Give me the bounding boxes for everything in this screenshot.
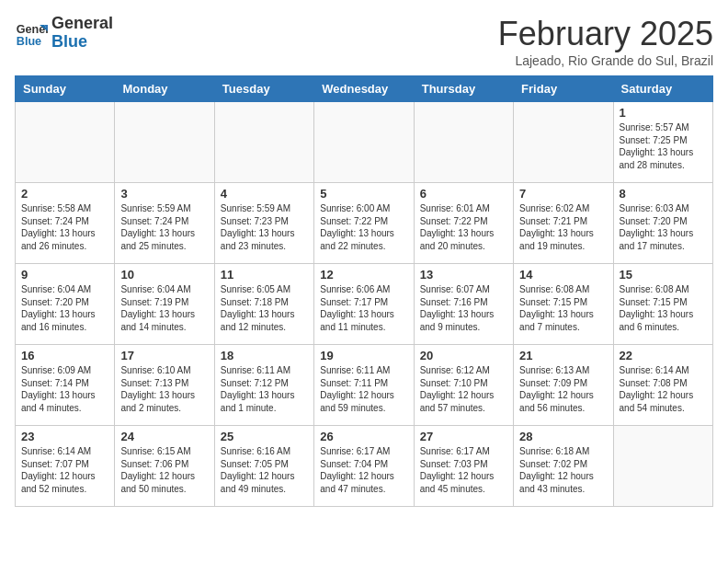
- calendar-cell: 24Sunrise: 6:15 AM Sunset: 7:06 PM Dayli…: [115, 426, 214, 507]
- day-info: Sunrise: 6:11 AM Sunset: 7:11 PM Dayligh…: [320, 364, 407, 414]
- calendar-cell: 11Sunrise: 6:05 AM Sunset: 7:18 PM Dayli…: [214, 264, 313, 345]
- calendar-cell: [115, 102, 214, 183]
- day-info: Sunrise: 6:03 AM Sunset: 7:20 PM Dayligh…: [620, 202, 707, 252]
- calendar-cell: 7Sunrise: 6:02 AM Sunset: 7:21 PM Daylig…: [514, 183, 613, 264]
- calendar-cell: 21Sunrise: 6:13 AM Sunset: 7:09 PM Dayli…: [514, 345, 613, 426]
- day-number: 16: [21, 349, 108, 362]
- day-info: Sunrise: 6:05 AM Sunset: 7:18 PM Dayligh…: [221, 283, 308, 333]
- title-block: February 2025 Lajeado, Rio Grande do Sul…: [498, 15, 713, 68]
- day-info: Sunrise: 6:08 AM Sunset: 7:15 PM Dayligh…: [519, 283, 607, 333]
- calendar-cell: 8Sunrise: 6:03 AM Sunset: 7:20 PM Daylig…: [613, 183, 712, 264]
- day-info: Sunrise: 6:13 AM Sunset: 7:09 PM Dayligh…: [519, 364, 607, 414]
- calendar-cell: 6Sunrise: 6:01 AM Sunset: 7:22 PM Daylig…: [414, 183, 513, 264]
- calendar-cell: 28Sunrise: 6:18 AM Sunset: 7:02 PM Dayli…: [514, 426, 613, 507]
- day-number: 3: [120, 187, 208, 201]
- calendar-cell: 5Sunrise: 6:00 AM Sunset: 7:22 PM Daylig…: [314, 183, 414, 264]
- day-number: 2: [21, 187, 108, 201]
- day-of-week-header: Wednesday: [314, 76, 414, 102]
- day-info: Sunrise: 6:00 AM Sunset: 7:22 PM Dayligh…: [320, 202, 407, 252]
- calendar-cell: 14Sunrise: 6:08 AM Sunset: 7:15 PM Dayli…: [514, 264, 613, 345]
- day-info: Sunrise: 6:17 AM Sunset: 7:04 PM Dayligh…: [320, 445, 407, 495]
- day-info: Sunrise: 6:01 AM Sunset: 7:22 PM Dayligh…: [420, 202, 507, 252]
- day-number: 18: [221, 349, 308, 362]
- day-number: 8: [620, 187, 707, 201]
- page-header: General Blue General Blue February 2025 …: [15, 15, 713, 68]
- month-title: February 2025: [498, 15, 713, 53]
- location: Lajeado, Rio Grande do Sul, Brazil: [498, 53, 713, 68]
- day-info: Sunrise: 6:16 AM Sunset: 7:05 PM Dayligh…: [221, 445, 308, 495]
- day-number: 6: [420, 187, 507, 201]
- day-info: Sunrise: 6:07 AM Sunset: 7:16 PM Dayligh…: [420, 283, 507, 333]
- logo: General Blue General Blue: [15, 15, 113, 52]
- logo-blue: Blue: [51, 33, 113, 52]
- calendar-cell: 26Sunrise: 6:17 AM Sunset: 7:04 PM Dayli…: [314, 426, 414, 507]
- calendar-cell: [414, 102, 513, 183]
- calendar-cell: [613, 426, 712, 507]
- day-number: 10: [120, 268, 208, 282]
- calendar-cell: 22Sunrise: 6:14 AM Sunset: 7:08 PM Dayli…: [613, 345, 712, 426]
- day-number: 14: [519, 268, 607, 282]
- day-info: Sunrise: 5:59 AM Sunset: 7:23 PM Dayligh…: [221, 202, 308, 252]
- day-number: 13: [420, 268, 507, 282]
- day-number: 26: [320, 430, 407, 443]
- day-info: Sunrise: 5:57 AM Sunset: 7:25 PM Dayligh…: [620, 121, 707, 171]
- day-of-week-header: Thursday: [414, 76, 513, 102]
- day-info: Sunrise: 6:18 AM Sunset: 7:02 PM Dayligh…: [519, 445, 607, 495]
- day-number: 21: [519, 349, 607, 362]
- logo-general: General: [51, 15, 113, 33]
- day-of-week-header: Friday: [514, 76, 613, 102]
- calendar-cell: 9Sunrise: 6:04 AM Sunset: 7:20 PM Daylig…: [16, 264, 115, 345]
- calendar-cell: 19Sunrise: 6:11 AM Sunset: 7:11 PM Dayli…: [314, 345, 414, 426]
- day-info: Sunrise: 6:17 AM Sunset: 7:03 PM Dayligh…: [420, 445, 507, 495]
- day-of-week-header: Sunday: [16, 76, 115, 102]
- calendar-week-row: 23Sunrise: 6:14 AM Sunset: 7:07 PM Dayli…: [16, 426, 713, 507]
- day-number: 24: [120, 430, 208, 443]
- logo-icon: General Blue: [15, 17, 48, 50]
- calendar-cell: 27Sunrise: 6:17 AM Sunset: 7:03 PM Dayli…: [414, 426, 513, 507]
- day-number: 17: [120, 349, 208, 362]
- day-number: 9: [21, 268, 108, 282]
- calendar-cell: 23Sunrise: 6:14 AM Sunset: 7:07 PM Dayli…: [16, 426, 115, 507]
- calendar-week-row: 16Sunrise: 6:09 AM Sunset: 7:14 PM Dayli…: [16, 345, 713, 426]
- day-info: Sunrise: 6:02 AM Sunset: 7:21 PM Dayligh…: [519, 202, 607, 252]
- day-of-week-header: Tuesday: [214, 76, 313, 102]
- day-number: 20: [420, 349, 507, 362]
- day-info: Sunrise: 6:08 AM Sunset: 7:15 PM Dayligh…: [620, 283, 707, 333]
- day-number: 12: [320, 268, 407, 282]
- calendar-cell: 3Sunrise: 5:59 AM Sunset: 7:24 PM Daylig…: [115, 183, 214, 264]
- calendar-cell: 17Sunrise: 6:10 AM Sunset: 7:13 PM Dayli…: [115, 345, 214, 426]
- day-info: Sunrise: 6:04 AM Sunset: 7:20 PM Dayligh…: [21, 283, 108, 333]
- day-number: 19: [320, 349, 407, 362]
- day-number: 15: [620, 268, 707, 282]
- calendar: SundayMondayTuesdayWednesdayThursdayFrid…: [15, 75, 713, 507]
- day-number: 27: [420, 430, 507, 443]
- calendar-week-row: 9Sunrise: 6:04 AM Sunset: 7:20 PM Daylig…: [16, 264, 713, 345]
- day-info: Sunrise: 6:14 AM Sunset: 7:07 PM Dayligh…: [21, 445, 108, 495]
- day-info: Sunrise: 6:10 AM Sunset: 7:13 PM Dayligh…: [120, 364, 208, 414]
- day-number: 5: [320, 187, 407, 201]
- logo-text: General Blue: [51, 15, 113, 52]
- day-info: Sunrise: 6:04 AM Sunset: 7:19 PM Dayligh…: [120, 283, 208, 333]
- day-info: Sunrise: 6:09 AM Sunset: 7:14 PM Dayligh…: [21, 364, 108, 414]
- calendar-cell: [214, 102, 313, 183]
- calendar-week-row: 1Sunrise: 5:57 AM Sunset: 7:25 PM Daylig…: [16, 102, 713, 183]
- day-info: Sunrise: 6:14 AM Sunset: 7:08 PM Dayligh…: [620, 364, 707, 414]
- calendar-cell: 10Sunrise: 6:04 AM Sunset: 7:19 PM Dayli…: [115, 264, 214, 345]
- day-info: Sunrise: 6:11 AM Sunset: 7:12 PM Dayligh…: [221, 364, 308, 414]
- day-number: 11: [221, 268, 308, 282]
- day-info: Sunrise: 6:06 AM Sunset: 7:17 PM Dayligh…: [320, 283, 407, 333]
- calendar-cell: 13Sunrise: 6:07 AM Sunset: 7:16 PM Dayli…: [414, 264, 513, 345]
- day-number: 7: [519, 187, 607, 201]
- calendar-week-row: 2Sunrise: 5:58 AM Sunset: 7:24 PM Daylig…: [16, 183, 713, 264]
- svg-text:Blue: Blue: [17, 34, 41, 47]
- day-info: Sunrise: 5:59 AM Sunset: 7:24 PM Dayligh…: [120, 202, 208, 252]
- day-info: Sunrise: 5:58 AM Sunset: 7:24 PM Dayligh…: [21, 202, 108, 252]
- calendar-cell: 4Sunrise: 5:59 AM Sunset: 7:23 PM Daylig…: [214, 183, 313, 264]
- calendar-cell: [16, 102, 115, 183]
- calendar-cell: 20Sunrise: 6:12 AM Sunset: 7:10 PM Dayli…: [414, 345, 513, 426]
- calendar-cell: [314, 102, 414, 183]
- day-number: 23: [21, 430, 108, 443]
- calendar-cell: [514, 102, 613, 183]
- calendar-cell: 16Sunrise: 6:09 AM Sunset: 7:14 PM Dayli…: [16, 345, 115, 426]
- day-number: 25: [221, 430, 308, 443]
